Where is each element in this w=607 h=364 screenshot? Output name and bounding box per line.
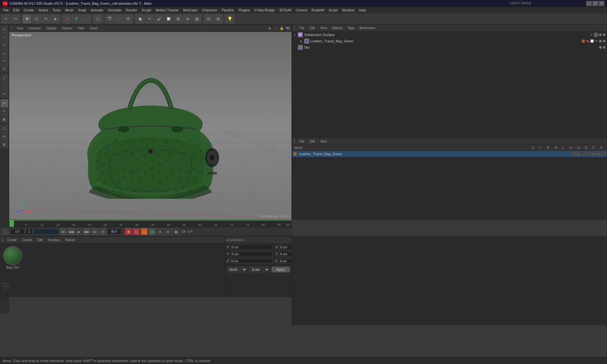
toolbar-redo[interactable]: ↪ xyxy=(11,15,20,23)
toolbar-undo[interactable]: ↩ xyxy=(1,15,10,23)
toolbar-render-region[interactable]: 🎬 xyxy=(105,15,114,23)
attr-item-bag[interactable]: Leather_Travel_Bag_Green ◻ ⊞ — ≡ ◈ ⊕ ↗ xyxy=(292,151,607,157)
tool-arc[interactable]: ⌒ xyxy=(1,82,8,90)
obj-expand-bag[interactable]: ▶ xyxy=(300,39,303,43)
obj-item-subdivision[interactable]: ▼ Subdivision Surface ✓ ✓ xyxy=(292,32,607,38)
viewport-drag-handle[interactable] xyxy=(10,25,13,32)
obj-check-b-subdivision[interactable]: ✓ xyxy=(594,33,598,37)
tl-speed-input[interactable] xyxy=(26,229,33,234)
menu-item-menu-edit[interactable]: Edit xyxy=(11,8,21,13)
toolbar-paint[interactable]: 🖌 xyxy=(155,15,163,23)
close-button[interactable]: ✕ xyxy=(599,1,604,6)
tl-grid-btn[interactable]: ⊟ xyxy=(164,228,171,235)
attributes-drag-handle[interactable] xyxy=(293,138,296,145)
menu-item-menu-file[interactable]: File xyxy=(1,8,11,13)
mat-corona-menu[interactable]: Corona xyxy=(20,238,34,242)
tl-pos-input[interactable] xyxy=(34,229,59,234)
menu-item-menu-pipeline[interactable]: Pipeline xyxy=(220,8,236,13)
viewport-filter-menu[interactable]: Filter xyxy=(76,26,86,30)
objects-objects-menu[interactable]: Objects xyxy=(330,26,344,30)
tool-plane[interactable]: ▱ xyxy=(1,57,8,64)
toolbar-display-wire[interactable]: ⊟ xyxy=(204,15,213,23)
obj-dot-b-bag[interactable] xyxy=(603,39,606,43)
tool-torus[interactable]: ⊙ xyxy=(1,65,8,72)
obj-expand-sky[interactable]: ▶ xyxy=(293,46,297,49)
tl-record-key[interactable]: ● xyxy=(125,228,132,235)
tl-orange-btn[interactable]: ◻ xyxy=(141,228,148,235)
menu-item-menu-redshift[interactable]: Redshift xyxy=(310,8,326,13)
tl-next-key[interactable]: ▶▶ xyxy=(83,228,90,235)
menu-item-menu-window[interactable]: Window xyxy=(340,8,356,13)
coord-world-dropdown[interactable]: World Object xyxy=(227,267,247,272)
tl-end-frame[interactable] xyxy=(107,229,121,234)
timeline-ruler[interactable]: 0 5 10 15 20 25 30 35 40 45 50 55 60 65 … xyxy=(9,220,292,227)
mat-function-menu[interactable]: Function xyxy=(46,238,61,242)
objects-file-menu[interactable]: File xyxy=(298,26,306,30)
menu-item-menu-character[interactable]: Character xyxy=(200,8,219,13)
menu-item-menu-render[interactable]: Render xyxy=(124,8,139,13)
toolbar-points[interactable]: ◈ xyxy=(51,15,60,23)
tool-loop[interactable]: ↺ xyxy=(1,133,8,140)
mat-create-menu[interactable]: Create xyxy=(6,238,18,242)
tl-prev-key[interactable]: ◀◀ xyxy=(68,228,75,235)
obj-check-a-subdivision[interactable]: ✓ xyxy=(589,33,593,37)
attr-icon-7[interactable]: ↗ xyxy=(601,152,606,156)
obj-dot-b-sky[interactable] xyxy=(603,46,606,49)
attr-icon-5[interactable]: ◈ xyxy=(591,152,596,156)
toolbar-snap-enable[interactable]: ⊞ xyxy=(174,15,182,23)
toolbar-move[interactable]: ✛ xyxy=(22,15,31,23)
attr-file-menu[interactable]: File xyxy=(298,139,306,143)
menu-item-menu-animate[interactable]: Animate xyxy=(89,8,105,13)
viewport-options-menu[interactable]: Options xyxy=(60,26,74,30)
viewport-panel-menu[interactable]: Panel xyxy=(88,26,100,30)
tool-cone[interactable]: △ xyxy=(1,49,8,57)
tl-red-btn[interactable]: ◻ xyxy=(133,228,140,235)
obj-item-sky[interactable]: ▶ Sky xyxy=(292,44,607,51)
menu-item-menu-mograph[interactable]: MoGraph xyxy=(181,8,199,13)
attr-icon-3[interactable]: — xyxy=(581,152,586,156)
menu-item-menu-corona[interactable]: Corona xyxy=(294,8,309,13)
toolbar-z[interactable]: Z xyxy=(82,15,90,23)
menu-item-menu-help[interactable]: Help xyxy=(357,8,368,13)
toolbar-texture[interactable]: ▨ xyxy=(193,15,201,23)
menu-item-menu-sculpt[interactable]: Sculpt xyxy=(140,8,153,13)
viewport-icon-camera[interactable]: 📷 xyxy=(285,26,290,31)
obj-dot-b-subdivision[interactable] xyxy=(603,33,606,36)
menu-item-menu-snap[interactable]: Snap xyxy=(76,8,88,13)
obj-tag-icon[interactable]: 🔖 xyxy=(586,39,589,43)
obj-dot-a-sky[interactable] xyxy=(599,46,602,49)
restore-button[interactable]: ❐ xyxy=(592,1,598,6)
obj-material-icon[interactable]: ⬜ xyxy=(590,39,594,43)
viewport-canvas[interactable]: Perspective xyxy=(9,32,291,220)
tool-cylinder[interactable]: ⬡ xyxy=(1,41,8,49)
tl-record-btn[interactable]: ⬛ xyxy=(1,228,8,235)
toolbar-brush[interactable]: ✏ xyxy=(145,15,154,23)
viewport-icon-1[interactable]: ⊞ xyxy=(267,26,272,31)
coord-input-z1[interactable] xyxy=(230,258,273,264)
viewport-icon-2[interactable]: ↕ xyxy=(273,26,278,31)
tool-polygon[interactable]: ⬡ xyxy=(1,125,8,132)
toolbar-y[interactable]: Y xyxy=(72,15,81,23)
attr-view-menu[interactable]: View xyxy=(318,139,328,143)
menu-item-menu-plugins[interactable]: Plugins xyxy=(236,8,252,13)
tl-frame-input[interactable] xyxy=(10,229,25,234)
toolbar-sop[interactable]: ⊛ xyxy=(183,15,192,23)
tl-frame-btn[interactable]: ▣ xyxy=(172,228,179,235)
toolbar-render[interactable]: 🎥 xyxy=(114,15,123,23)
viewport-container[interactable]: View Cameras Display Options Filter Pane… xyxy=(9,25,292,220)
menu-item-menu-vray[interactable]: V-Ray Bridge xyxy=(253,8,277,13)
objects-edit-menu[interactable]: Edit xyxy=(308,26,316,30)
toolbar-display-norm[interactable]: ⊞ xyxy=(214,15,223,23)
menu-item-menu-simulate[interactable]: Simulate xyxy=(106,8,123,13)
coord-scale-dropdown[interactable]: Scale Size xyxy=(249,267,270,272)
coord-input-x1[interactable] xyxy=(230,245,273,250)
attr-icon-2[interactable]: ⊞ xyxy=(576,152,580,156)
tl-loop[interactable]: ↺ xyxy=(99,228,106,235)
mat-edit-menu[interactable]: Edit xyxy=(36,238,44,242)
toolbar-object[interactable]: ◻ xyxy=(93,15,102,23)
viewport-icon-lock[interactable]: 🔒 xyxy=(279,26,284,31)
tool-checker[interactable]: ⊞ xyxy=(1,141,8,148)
tool-line[interactable]: ╱ xyxy=(1,74,8,82)
obj-dot-a-subdivision[interactable] xyxy=(599,33,602,36)
obj-item-bag[interactable]: ▶ Leather_Travel_Bag_Green 🔖 ⬜ 👁 xyxy=(292,38,607,44)
